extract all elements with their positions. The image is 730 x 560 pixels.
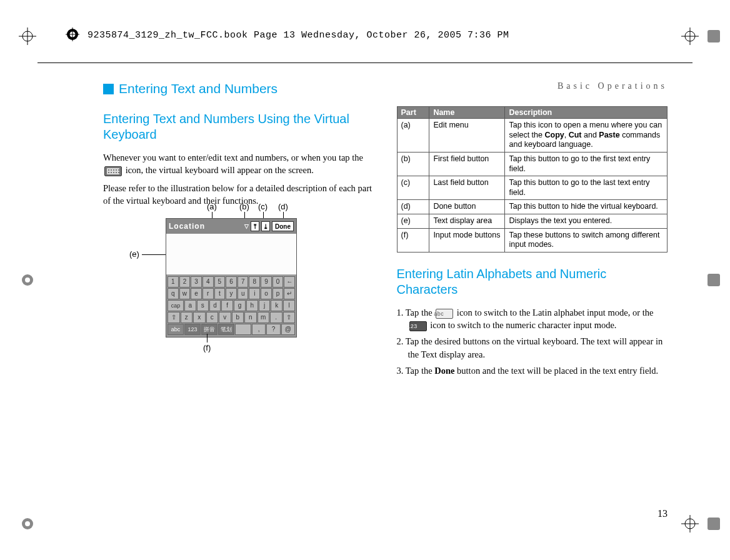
abc-mode-icon [436, 309, 453, 319]
key: ← [284, 276, 295, 288]
cell-name: Last field button [429, 176, 505, 200]
color-bar-mid [705, 271, 722, 289]
key: d [209, 300, 221, 311]
right-column: Basic Operations Part Name Description (… [397, 81, 668, 491]
step-1: 1. Tap the icon to switch to the Latin a… [397, 306, 668, 332]
crop-mark-br [681, 515, 699, 532]
key: ⇧ [168, 312, 180, 323]
cell-part: (e) [397, 214, 429, 229]
color-bar-top [705, 28, 722, 45]
key: ↵ [284, 288, 295, 299]
callout-e: (e) [129, 249, 139, 259]
table-row: (f)Input mode buttonsTap these buttons t… [397, 228, 668, 252]
key: 0 [272, 276, 284, 288]
key: 123 [184, 324, 201, 335]
cell-desc: Tap this icon to open a menu where you c… [505, 119, 668, 152]
virtual-keyboard-illustration: Location ▽ ⤒ ⤓ Done 1234567890← qwertyui… [166, 218, 297, 338]
key: x [193, 312, 206, 323]
svg-point-11 [25, 278, 30, 282]
key: e [191, 288, 202, 299]
color-bar-bot [705, 515, 722, 532]
key: a [184, 300, 196, 311]
page-number: 13 [658, 508, 668, 519]
cell-desc: Displays the text you entered. [505, 214, 668, 229]
crop-mark-tl [19, 28, 36, 45]
key: u [238, 288, 249, 299]
page-content: Entering Text and Numbers Entering Text … [103, 81, 668, 491]
key: k [271, 300, 282, 311]
callout-c: (c) [258, 202, 268, 211]
keyboard-keys: 1234567890← qwertyuiop↵ capasdfghjkl ⇧zx… [166, 275, 296, 337]
key: h [246, 300, 258, 311]
key: @ [281, 324, 295, 335]
subsection-heading-1: Entering Text and Numbers Using the Virt… [103, 111, 374, 142]
cell-part: (d) [397, 200, 429, 214]
first-field-button: ⤒ [251, 221, 259, 231]
cell-name: Text display area [429, 214, 505, 229]
key: z [181, 312, 193, 323]
cell-part: (f) [397, 228, 429, 252]
callout-a: (a) [207, 202, 217, 211]
key: t [214, 288, 226, 299]
steps-list: 1. Tap the icon to switch to the Latin a… [397, 306, 668, 377]
callout-line-f [207, 334, 208, 342]
cell-desc: Tap this button to go to the last text e… [505, 176, 668, 200]
key: 1 [168, 276, 179, 288]
done-button: Done [272, 221, 294, 231]
key: p [272, 288, 284, 299]
step-2: 2. Tap the desired buttons on the virtua… [397, 335, 668, 361]
key: s [197, 300, 209, 311]
cell-desc: Tap this button to go to the first text … [505, 152, 668, 176]
key: cap [168, 300, 184, 311]
crop-mark-ml [19, 271, 36, 289]
key: v [219, 312, 231, 323]
subsection-heading-2: Entering Latin Alphabets and Numeric Cha… [397, 266, 668, 298]
key: 7 [238, 276, 249, 288]
key: 5 [214, 276, 226, 288]
table-row: (e)Text display areaDisplays the text yo… [397, 214, 668, 229]
cell-name: Input mode buttons [429, 228, 505, 252]
key: ⇧ [283, 312, 296, 323]
vk-titlebar: Location ▽ ⤒ ⤓ Done [166, 219, 296, 234]
cell-part: (a) [397, 119, 429, 152]
key: q [168, 288, 179, 299]
key: . [270, 312, 282, 323]
key [235, 324, 251, 335]
callout-line-e [142, 254, 166, 255]
key: y [226, 288, 237, 299]
crop-mark-tr [681, 28, 699, 45]
key: m [258, 312, 270, 323]
th-part: Part [397, 107, 429, 119]
table-row: (b)First field buttonTap this button to … [397, 152, 668, 176]
key: c [206, 312, 219, 323]
callout-f: (f) [203, 343, 211, 352]
table-row: (d)Done buttonTap this button to hide th… [397, 200, 668, 214]
key: b [232, 312, 244, 323]
running-head: Basic Operations [397, 81, 668, 91]
key: , [252, 324, 266, 335]
cell-name: Done button [429, 200, 505, 214]
keyboard-icon [104, 166, 122, 176]
virtual-keyboard-figure: (a) (b) (c) (d) Location ▽ ⤒ ⤓ Done 1 [166, 218, 328, 338]
key: w [179, 288, 191, 299]
section-bullet-icon [103, 84, 114, 94]
numeric-mode-icon [409, 321, 427, 331]
text-display-area [166, 234, 296, 275]
intro-paragraph-2: Please refer to the illustration below f… [103, 182, 374, 208]
table-row: (c)Last field buttonTap this button to g… [397, 176, 668, 200]
key: 6 [226, 276, 237, 288]
left-column: Entering Text and Numbers Entering Text … [103, 81, 374, 491]
intro-paragraph-1: Whenever you want to enter/edit text and… [103, 151, 374, 177]
key: ? [266, 324, 280, 335]
key: j [259, 300, 271, 311]
step-3: 3. Tap the Done button and the text will… [397, 364, 668, 377]
cell-part: (b) [397, 152, 429, 176]
key: o [261, 288, 272, 299]
key: 2 [179, 276, 191, 288]
vk-title: Location [169, 222, 242, 231]
cell-desc: Tap these buttons to switch among differ… [505, 228, 668, 252]
svg-point-13 [25, 521, 30, 526]
crop-line-top [38, 62, 692, 63]
key: 笔划 [218, 324, 234, 335]
last-field-button: ⤓ [261, 221, 270, 231]
